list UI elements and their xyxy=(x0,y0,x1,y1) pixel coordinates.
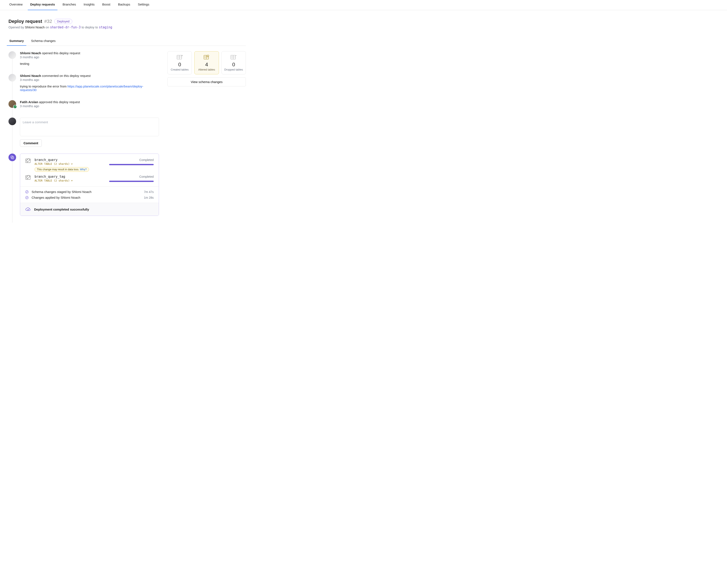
comment-composer: Comment xyxy=(8,118,159,147)
activity-timeline: Shlomi Noach opened this deploy request … xyxy=(8,51,159,223)
stat-created-tables[interactable]: 0 Created tables xyxy=(167,51,192,75)
table-name: branch_query xyxy=(35,158,57,162)
page-title: Deploy request xyxy=(8,19,42,24)
tab-overview[interactable]: Overview xyxy=(8,0,23,10)
deploy-table-row: branch_query Completed ALTER TABLE (2 sh… xyxy=(25,158,154,172)
stat-number: 0 xyxy=(169,62,190,67)
tab-deploy-requests[interactable]: Deploy requests xyxy=(29,0,56,10)
avatar xyxy=(8,100,16,108)
timeline-event: Shlomi Noach opened this deploy request … xyxy=(8,51,159,67)
comment-button[interactable]: Comment xyxy=(20,139,42,147)
data-loss-warning: This change may result in data loss. Why… xyxy=(35,167,89,172)
deploy-steps: Schema changes staged by Shlomi Noach 7m… xyxy=(20,186,159,203)
sidebar: 0 Created tables 4 Altered tables 0 Drop… xyxy=(167,51,246,86)
deploy-step: Changes applied by Shlomi Noach 1m 28s xyxy=(25,196,154,199)
event-heading: Fatih Arslan approved this deploy reques… xyxy=(20,100,159,104)
step-duration: 1m 28s xyxy=(144,196,154,199)
stat-number: 4 xyxy=(196,62,217,67)
cloud-check-icon xyxy=(25,207,31,211)
approved-check-icon xyxy=(13,105,17,109)
event-timestamp: 3 months ago xyxy=(20,78,159,82)
deploy-footer: Deployment completed successfully xyxy=(20,203,159,216)
deploy-table-row: branch_query_tag Completed ALTER TABLE (… xyxy=(25,175,154,182)
sub-tabs: Summary Schema changes xyxy=(8,37,246,46)
avatar xyxy=(8,118,16,125)
schema-stats: 0 Created tables 4 Altered tables 0 Drop… xyxy=(167,51,246,75)
event-timestamp: 3 months ago xyxy=(20,104,159,108)
tab-settings[interactable]: Settings xyxy=(137,0,150,10)
alter-statement-toggle[interactable]: ALTER TABLE (2 shards) xyxy=(35,162,73,165)
timeline-event: Fatih Arslan approved this deploy reques… xyxy=(8,100,159,111)
stat-label: Created tables xyxy=(169,68,190,71)
deploy-card: branch_query Completed ALTER TABLE (2 sh… xyxy=(20,153,159,216)
svg-rect-0 xyxy=(11,156,13,158)
avatar xyxy=(8,74,16,82)
deploy-icon xyxy=(8,153,16,161)
check-circle-icon xyxy=(25,196,28,199)
step-label: Changes applied by Shlomi Noach xyxy=(32,196,141,199)
event-body: testing xyxy=(20,62,159,65)
deploy-step: Schema changes staged by Shlomi Noach 7m… xyxy=(25,190,154,194)
tab-boost[interactable]: Boost xyxy=(101,0,111,10)
subtab-schema-changes[interactable]: Schema changes xyxy=(30,37,56,45)
chevron-down-icon xyxy=(71,163,73,165)
target-branch-link[interactable]: staging xyxy=(99,25,112,29)
event-heading: Shlomi Noach commented on this deploy re… xyxy=(20,74,159,78)
stat-label: Altered tables xyxy=(196,68,217,71)
chevron-down-icon xyxy=(71,180,73,182)
table-alter-icon xyxy=(25,158,31,164)
progress-bar xyxy=(109,164,154,165)
deploy-request-number: #32 xyxy=(44,19,52,24)
why-link[interactable]: Why? xyxy=(80,168,87,171)
tab-branches[interactable]: Branches xyxy=(62,0,77,10)
table-edit-icon xyxy=(196,55,217,60)
table-name: branch_query_tag xyxy=(35,175,65,178)
status-badge: Deployed xyxy=(54,19,72,24)
table-add-icon xyxy=(169,55,190,60)
header-subtext: Opened by Shlomi Noach on sharded-dr-fun… xyxy=(8,25,246,29)
event-timestamp: 3 months ago xyxy=(20,55,159,59)
table-status: Completed xyxy=(139,158,154,162)
subtab-summary[interactable]: Summary xyxy=(8,37,25,45)
comment-input[interactable] xyxy=(20,118,159,136)
event-body: trying to reproduce the error from https… xyxy=(20,85,159,92)
timeline-event: Shlomi Noach commented on this deploy re… xyxy=(8,74,159,93)
table-status: Completed xyxy=(139,175,154,178)
alter-statement-toggle[interactable]: ALTER TABLE (2 shards) xyxy=(35,179,73,182)
table-alter-icon xyxy=(25,175,31,181)
svg-point-9 xyxy=(26,196,28,199)
stat-dropped-tables[interactable]: 0 Dropped tables xyxy=(222,51,246,75)
step-duration: 7m 47s xyxy=(144,190,154,194)
tab-insights[interactable]: Insights xyxy=(83,0,96,10)
table-drop-icon xyxy=(223,55,244,60)
stat-number: 0 xyxy=(223,62,244,67)
step-label: Schema changes staged by Shlomi Noach xyxy=(32,190,141,194)
stat-altered-tables[interactable]: 4 Altered tables xyxy=(194,51,219,75)
tab-backups[interactable]: Backups xyxy=(117,0,131,10)
page-header: Deploy request #32 Deployed xyxy=(8,19,246,24)
event-heading: Shlomi Noach opened this deploy request xyxy=(20,51,159,55)
author-name: Shlomi Noach xyxy=(25,25,45,29)
stat-label: Dropped tables xyxy=(223,68,244,71)
deploy-footer-text: Deployment completed successfully xyxy=(34,208,89,211)
svg-rect-1 xyxy=(12,157,14,159)
source-branch-link[interactable]: sharded-dr-fun-3 xyxy=(50,25,81,29)
avatar xyxy=(8,51,16,59)
top-nav-tabs: Overview Deploy requests Branches Insigh… xyxy=(0,0,727,10)
svg-point-8 xyxy=(26,190,28,193)
check-circle-icon xyxy=(25,190,28,194)
deploy-summary: branch_query Completed ALTER TABLE (2 sh… xyxy=(8,153,159,216)
progress-bar xyxy=(109,181,154,182)
view-schema-changes-button[interactable]: View schema changes xyxy=(167,77,246,86)
